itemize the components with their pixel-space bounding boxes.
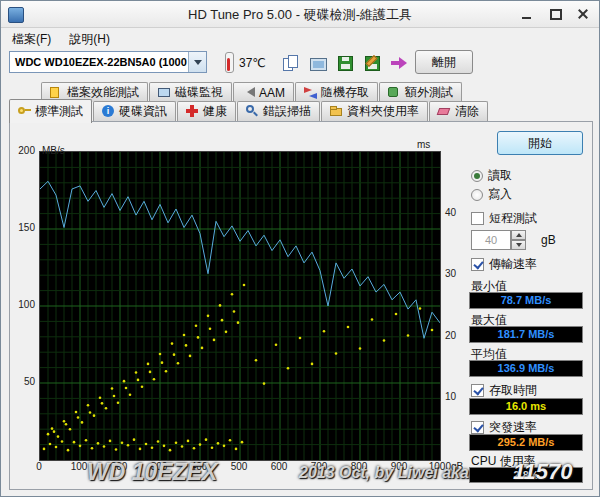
- tab-label: 清除: [455, 103, 479, 120]
- temperature-value: 37℃: [239, 56, 266, 70]
- checkbox-icon: [471, 258, 484, 271]
- maximize-button[interactable]: [547, 6, 563, 22]
- tab-label: AAM: [259, 86, 285, 100]
- speaker-icon: [242, 87, 255, 97]
- axis-label: 200: [9, 145, 35, 156]
- capture-icon: [310, 58, 327, 71]
- tab-label: 磁碟監視: [175, 84, 223, 101]
- short-stroke-checkbox[interactable]: 短程測試: [471, 210, 537, 227]
- start-button[interactable]: 開始: [497, 131, 583, 155]
- write-radio-label: 寫入: [488, 186, 512, 203]
- file-benchmark-icon: [50, 87, 59, 98]
- tab-label: 硬碟資訊: [119, 103, 167, 120]
- health-cross-icon: [186, 105, 199, 118]
- radio-icon: [471, 189, 483, 201]
- write-radio[interactable]: 寫入: [471, 186, 512, 203]
- copy-icon: [282, 55, 300, 71]
- save-as-button[interactable]: [358, 49, 386, 77]
- axis-label: 150: [9, 222, 35, 233]
- window-title: HD Tune Pro 5.00 - 硬碟檢測-維護工具: [1, 6, 599, 24]
- minimize-button[interactable]: [519, 6, 535, 22]
- menu-bar: 檔案(F) 說明(H): [3, 28, 119, 51]
- drive-select-value: WDC WD10EZEX-22BN5A0 (1000 gB): [10, 56, 188, 68]
- short-stroke-spinner[interactable]: 40: [471, 230, 526, 250]
- access-time-value-box: 16.0 ms: [469, 398, 583, 415]
- thermometer-icon: [225, 52, 234, 73]
- copy-button[interactable]: [277, 49, 305, 77]
- benchmark-icon: [18, 105, 31, 118]
- save-icon: [338, 56, 353, 71]
- tab-label: 隨機存取: [321, 84, 369, 101]
- transfer-rate-label: 傳輸速率: [489, 256, 537, 273]
- save-button[interactable]: [331, 49, 359, 77]
- watermark-left: WD 10EZEX: [87, 459, 217, 486]
- axis-label: ms: [417, 139, 430, 150]
- axis-label: 500: [223, 461, 255, 472]
- short-stroke-unit: gB: [541, 233, 556, 247]
- tab-row-secondary: 檔案效能測試 磁碟監視 AAM 隨機存取 額外測試: [41, 82, 463, 102]
- transfer-rate-checkbox[interactable]: 傳輸速率: [471, 256, 537, 273]
- tab-aam[interactable]: AAM: [233, 82, 294, 102]
- burst-rate-value-box: 295.2 MB/s: [469, 434, 583, 451]
- tab-erase[interactable]: 清除: [429, 101, 488, 121]
- app-window: HD Tune Pro 5.00 - 硬碟檢測-維護工具 檔案(F) 說明(H)…: [0, 0, 600, 497]
- menu-item-help[interactable]: 說明(H): [60, 28, 119, 51]
- tab-disk-monitor[interactable]: 磁碟監視: [149, 82, 232, 102]
- save-as-icon: [365, 56, 380, 71]
- tab-label: 額外測試: [405, 84, 453, 101]
- axis-label: 40: [445, 207, 456, 218]
- axis-label: MB/s: [42, 145, 65, 156]
- axis-label: 50: [9, 376, 35, 387]
- chart-area: 50100150200MB/s10203040ms010020030040050…: [9, 139, 461, 477]
- spinner-up-button[interactable]: [511, 230, 526, 240]
- max-value-box: 181.7 MB/s: [469, 326, 583, 343]
- export-icon: [390, 55, 408, 71]
- axis-label: 100: [9, 299, 35, 310]
- axis-label: 20: [445, 330, 456, 341]
- radio-icon: [471, 170, 483, 182]
- eraser-icon: [437, 108, 451, 115]
- random-access-icon: [304, 86, 317, 99]
- capture-button[interactable]: [304, 49, 332, 77]
- tab-row-primary: 標準測試 硬碟資訊 健康 錯誤掃描 資料夾使用率 清除: [9, 101, 489, 123]
- tab-label: 健康: [203, 103, 227, 120]
- menu-item-file[interactable]: 檔案(F): [3, 28, 60, 51]
- disk-monitor-icon: [158, 88, 170, 97]
- access-time-checkbox[interactable]: 存取時間: [471, 382, 537, 399]
- exit-button[interactable]: 離開: [415, 50, 473, 74]
- folder-icon: [330, 108, 342, 116]
- tab-disk-info[interactable]: 硬碟資訊: [93, 101, 176, 121]
- tab-extra-tests[interactable]: 額外測試: [379, 82, 462, 102]
- read-radio[interactable]: 讀取: [471, 167, 512, 184]
- drive-select[interactable]: WDC WD10EZEX-22BN5A0 (1000 gB): [9, 51, 207, 73]
- close-button[interactable]: [575, 6, 591, 22]
- short-stroke-label: 短程測試: [489, 210, 537, 227]
- watermark-number: 11570: [513, 459, 573, 485]
- title-bar: HD Tune Pro 5.00 - 硬碟檢測-維護工具: [1, 1, 599, 28]
- avg-value-box: 136.9 MB/s: [469, 360, 583, 377]
- spinner-value[interactable]: 40: [471, 230, 511, 250]
- checkbox-icon: [471, 384, 484, 397]
- benchmark-plot: [39, 151, 441, 461]
- chevron-down-icon: [188, 52, 206, 72]
- watermark-middle: 2013 Oct, by Liwei aka: [299, 464, 469, 482]
- magnifier-icon: [246, 105, 259, 118]
- extra-tests-icon: [388, 87, 398, 97]
- checkbox-icon: [471, 421, 484, 434]
- tab-label: 資料夾使用率: [347, 103, 419, 120]
- axis-label: 0: [23, 461, 55, 472]
- axis-label: 600: [263, 461, 295, 472]
- tab-health[interactable]: 健康: [177, 101, 236, 121]
- spinner-down-button[interactable]: [511, 240, 526, 250]
- min-value-box: 78.7 MB/s: [469, 292, 583, 309]
- axis-label: 30: [445, 268, 456, 279]
- tab-random-access[interactable]: 隨機存取: [295, 82, 378, 102]
- access-time-label: 存取時間: [489, 382, 537, 399]
- tab-label: 錯誤掃描: [263, 103, 311, 120]
- tab-benchmark[interactable]: 標準測試: [9, 99, 92, 123]
- tab-error-scan[interactable]: 錯誤掃描: [237, 101, 320, 121]
- read-radio-label: 讀取: [488, 167, 512, 184]
- info-icon: [102, 105, 114, 117]
- tab-folder-usage[interactable]: 資料夾使用率: [321, 101, 428, 121]
- export-button[interactable]: [385, 49, 413, 77]
